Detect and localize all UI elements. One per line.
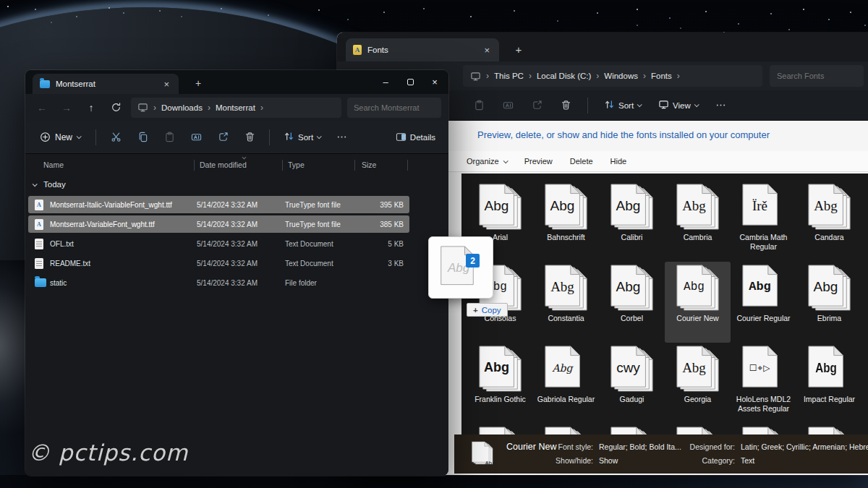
sort-button[interactable]: Sort bbox=[279, 131, 325, 143]
paste-button[interactable] bbox=[469, 95, 489, 116]
close-button[interactable]: × bbox=[422, 70, 447, 94]
text-file-icon bbox=[35, 239, 43, 249]
rename-button[interactable] bbox=[186, 127, 206, 147]
menu-item-hide[interactable]: Hide bbox=[610, 157, 627, 166]
up-button[interactable]: ↑ bbox=[82, 98, 101, 117]
breadcrumb-item[interactable]: Fonts bbox=[651, 72, 672, 80]
rename-button[interactable] bbox=[498, 95, 518, 116]
menu-item-delete[interactable]: Delete bbox=[570, 157, 593, 166]
breadcrumb-item[interactable]: Local Disk (C:) bbox=[537, 72, 591, 80]
font-file-icon: Abg bbox=[676, 184, 720, 230]
search-input[interactable] bbox=[770, 65, 864, 87]
tab-title: Fonts bbox=[367, 46, 476, 54]
more-options-button[interactable] bbox=[711, 95, 731, 116]
file-type: Text Document bbox=[285, 235, 333, 252]
breadcrumb-item[interactable]: Montserrat bbox=[216, 103, 255, 112]
font-tile[interactable]: AbgGeorgia bbox=[665, 343, 731, 424]
more-options-button[interactable] bbox=[331, 127, 352, 147]
font-tile[interactable]: AbgBahnschrift bbox=[533, 181, 599, 262]
file-row[interactable]: README.txt5/14/2024 3:32 AMText Document… bbox=[28, 254, 409, 272]
font-tile[interactable]: AbgCourier Regular bbox=[731, 262, 796, 343]
font-tile[interactable] bbox=[665, 424, 731, 435]
new-tab-button[interactable]: + bbox=[509, 38, 528, 60]
font-tile[interactable]: ÏrěCambria Math Regular bbox=[731, 181, 796, 262]
tab-close-icon[interactable]: × bbox=[161, 79, 171, 90]
font-tile[interactable]: AbgCorbel bbox=[599, 262, 665, 343]
cut-button[interactable] bbox=[106, 127, 126, 147]
breadcrumb-item[interactable]: This PC bbox=[494, 72, 524, 80]
font-file-icon: cwy bbox=[610, 346, 655, 392]
font-tile-label: Gadugi bbox=[620, 395, 644, 404]
chevron-down-icon bbox=[33, 181, 38, 187]
menu-item-organize[interactable]: Organize bbox=[467, 157, 507, 166]
font-tile[interactable] bbox=[796, 424, 862, 435]
font-tile[interactable]: ☐⌖▷HoloLens MDL2 Assets Regular bbox=[731, 343, 796, 424]
font-tile-label: Cambria bbox=[684, 233, 712, 242]
sort-button[interactable]: Sort bbox=[600, 99, 645, 111]
file-name: OFL.txt bbox=[50, 235, 196, 252]
font-tile[interactable]: AbgCourier New bbox=[665, 262, 731, 343]
column-header-name[interactable]: Name bbox=[43, 160, 64, 169]
font-tile[interactable]: AbgGabriola Regular bbox=[533, 343, 599, 424]
breadcrumb-item[interactable]: Windows bbox=[604, 72, 638, 80]
breadcrumb-separator: › bbox=[153, 103, 156, 113]
font-tile[interactable]: AbgCambria bbox=[665, 181, 731, 262]
column-divider[interactable] bbox=[354, 160, 355, 171]
refresh-button[interactable] bbox=[106, 98, 125, 117]
paste-button[interactable] bbox=[159, 127, 179, 147]
font-tile[interactable]: AbgEbrima bbox=[796, 262, 862, 343]
font-tile[interactable] bbox=[533, 424, 599, 435]
file-date: 5/14/2024 3:32 AM bbox=[197, 254, 258, 272]
group-header-today[interactable]: Today bbox=[33, 180, 66, 189]
tab-fonts[interactable]: Fonts × bbox=[346, 38, 499, 61]
menu-item-preview[interactable]: Preview bbox=[524, 157, 553, 166]
forward-button[interactable]: → bbox=[57, 98, 76, 117]
tab-title: Montserrat bbox=[56, 80, 156, 88]
font-tile[interactable] bbox=[731, 424, 796, 435]
breadcrumb-item[interactable]: Downloads bbox=[161, 103, 203, 112]
delete-button[interactable] bbox=[556, 95, 576, 116]
column-divider[interactable] bbox=[407, 160, 408, 171]
column-divider[interactable] bbox=[194, 160, 195, 171]
font-file-icon bbox=[35, 219, 43, 230]
column-divider[interactable] bbox=[282, 160, 283, 171]
font-file-icon: Abg bbox=[676, 265, 720, 311]
file-row[interactable]: OFL.txt5/14/2024 3:32 AMText Document5 K… bbox=[28, 235, 409, 252]
font-tile[interactable] bbox=[467, 424, 533, 435]
new-tab-button[interactable]: + bbox=[189, 74, 208, 93]
font-tile-label: Constantia bbox=[548, 314, 584, 323]
plus-circle-icon bbox=[40, 132, 51, 142]
column-header-date-modified[interactable]: Date modified bbox=[200, 160, 247, 169]
font-file-icon: Abg bbox=[544, 265, 589, 311]
delete-button[interactable] bbox=[239, 127, 260, 147]
font-tile[interactable]: AbgConstantia bbox=[533, 262, 599, 343]
file-row[interactable]: Montserrat-Italic-VariableFont_wght.ttf5… bbox=[28, 196, 409, 213]
font-tile[interactable]: AbgCandara bbox=[796, 181, 862, 262]
minimize-button[interactable]: – bbox=[373, 70, 398, 94]
font-tile[interactable]: AbgImpact Regular bbox=[796, 343, 862, 424]
share-button[interactable] bbox=[213, 127, 233, 147]
font-tile[interactable]: cwyGadugi bbox=[599, 343, 665, 424]
maximize-button[interactable] bbox=[398, 70, 422, 94]
new-button[interactable]: New bbox=[34, 127, 86, 148]
font-file-icon bbox=[478, 427, 523, 435]
copy-button[interactable] bbox=[132, 127, 153, 147]
file-type: File folder bbox=[285, 274, 317, 291]
view-button[interactable]: View bbox=[654, 99, 702, 111]
fonts-banner-link[interactable]: Preview, delete, or show and hide the fo… bbox=[477, 129, 770, 140]
search-input[interactable] bbox=[347, 98, 441, 118]
font-tile[interactable]: AbgFranklin Gothic bbox=[467, 343, 533, 424]
share-button[interactable] bbox=[527, 95, 547, 116]
file-row[interactable]: Montserrat-VariableFont_wght.ttf5/14/202… bbox=[28, 215, 409, 233]
file-row[interactable]: static5/14/2024 3:32 AMFile folder bbox=[28, 274, 409, 291]
back-button[interactable]: ← bbox=[33, 98, 51, 117]
details-button[interactable]: Details bbox=[391, 132, 440, 142]
tab-montserrat[interactable]: Montserrat × bbox=[33, 74, 179, 94]
fonts-folder-icon bbox=[353, 45, 362, 55]
column-header-size[interactable]: Size bbox=[362, 160, 376, 169]
font-tile-label: Franklin Gothic bbox=[475, 395, 526, 404]
column-header-type[interactable]: Type bbox=[288, 160, 305, 169]
font-tile[interactable]: AbgCalibri bbox=[599, 181, 665, 262]
font-tile[interactable] bbox=[599, 424, 665, 435]
tab-close-icon[interactable]: × bbox=[482, 45, 492, 56]
